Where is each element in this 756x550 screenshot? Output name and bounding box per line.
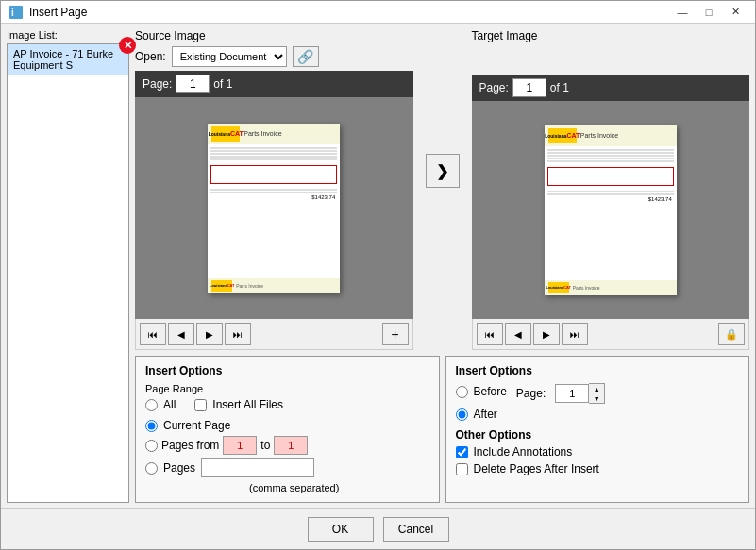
window-controls: — □ ✕ [670,3,748,22]
pages-from-input[interactable] [223,436,257,455]
include-annotations-label: Include Annotations [474,445,573,458]
target-title: Target Image [472,29,538,42]
source-prev-btn[interactable]: ◀ [168,323,194,345]
tl-6 [547,191,674,192]
delete-pages-label: Delete Pages After Insert [474,462,599,475]
target-page-input[interactable] [512,78,546,97]
target-prev-btn[interactable]: ◀ [505,323,531,345]
ok-button[interactable]: OK [308,517,374,542]
doc-footer-text: Parts Invoice [236,283,263,289]
link-button[interactable]: 🔗 [293,46,319,67]
doc-logo: Louisiana CAT [211,126,240,142]
pages-text-input[interactable] [201,458,314,477]
doc-title: Parts Invoice [244,130,281,137]
right-options-title: Insert Options [456,364,740,377]
target-preview-frame: Louisiana CAT Parts Invoice [472,101,750,319]
source-last-btn[interactable]: ⏭ [225,323,251,345]
cancel-button[interactable]: Cancel [383,517,449,542]
target-next-btn[interactable]: ▶ [533,323,560,345]
target-doc-title: Parts Invoice [580,132,618,139]
pages-to-input[interactable] [274,436,308,455]
source-first-btn[interactable]: ⏮ [140,323,166,345]
doc-red-box [210,165,337,184]
titlebar: i Insert Page — □ ✕ [1,1,755,24]
target-first-btn[interactable]: ⏮ [477,323,503,345]
arrow-area: ❯ [419,29,466,350]
copy-to-target-btn[interactable]: ❯ [426,154,460,188]
target-page-nav: Page: of 1 [472,75,750,101]
target-doc-preview: Louisiana CAT Parts Invoice [545,125,677,295]
doc-header: Louisiana CAT Parts Invoice [208,124,340,144]
insert-options-left: Insert Options Page Range All Insert All… [135,356,440,503]
close-button[interactable]: ✕ [723,3,748,22]
target-panel: Target Image Page: of 1 Louisiana CAT [472,29,750,350]
insert-all-files-label: Insert All Files [212,398,283,411]
all-radio[interactable] [145,399,158,411]
source-page-nav: Page: of 1 [135,71,413,97]
spinner-down-btn[interactable]: ▼ [589,393,604,403]
target-doc-body: $1423.74 [545,146,677,280]
target-last-btn[interactable]: ⏭ [562,323,588,345]
target-doc-footer-text: Parts Invoice [573,285,600,291]
target-doc-footer: Louisiana CAT Parts Invoice [545,280,677,295]
source-page-label: Page: [143,77,172,91]
doc-footer: Louisiana CAT Parts Invoice [208,278,340,293]
spinner-buttons: ▲ ▼ [589,383,605,404]
doc-line-5 [210,158,337,160]
tl-7 [547,193,674,195]
target-info-btn[interactable]: 🔒 [718,323,745,345]
source-next-btn[interactable]: ▶ [196,323,223,345]
image-list-close-btn[interactable]: ✕ [119,37,136,54]
doc-body: $1423.74 [208,144,340,278]
all-radio-row: All [145,398,176,411]
page-spinner: ▲ ▼ [555,383,605,404]
page-spinner-input[interactable] [555,384,589,403]
comma-hint-container: (comma separated) [145,481,429,494]
source-header: Source Image [135,29,413,42]
tl-4 [547,158,674,159]
spinner-up-btn[interactable]: ▲ [589,384,604,393]
current-page-radio[interactable] [145,420,158,432]
insert-options-right: Insert Options Before Page: ▲ ▼ [445,356,750,503]
delete-pages-row: Delete Pages After Insert [456,462,740,475]
source-page-of: of 1 [213,77,232,91]
target-header: Target Image [472,29,750,42]
pages-label: Pages [163,461,195,475]
list-item[interactable]: AP Invoice - 71 Burke Equipment S [8,44,128,75]
before-radio-row: Before [456,385,507,398]
source-nav-controls: ⏮ ◀ ▶ ⏭ + [135,319,413,350]
dialog-icon: i [8,5,24,20]
target-doc-footer-logo: Louisiana CAT [548,282,569,293]
insert-all-files-checkbox[interactable] [194,399,207,411]
all-insert-row: All Insert All Files [145,398,429,415]
pages-radio-row: Pages [145,458,429,477]
target-spacer [472,46,750,71]
open-dropdown[interactable]: Existing Document [172,46,287,67]
delete-pages-checkbox[interactable] [456,463,468,475]
insert-page-dialog: i Insert Page — □ ✕ Image List: ✕ AP Inv… [0,0,756,550]
left-options-title: Insert Options [145,364,429,377]
include-annotations-checkbox[interactable] [456,446,468,458]
source-add-btn[interactable]: + [382,323,409,345]
include-annotations-row: Include Annotations [456,445,740,458]
pages-radio[interactable] [145,462,158,475]
source-page-input[interactable] [176,75,210,93]
target-doc-header: Louisiana CAT Parts Invoice [545,125,677,146]
maximize-button[interactable]: □ [697,3,721,22]
other-options-title: Other Options [456,428,740,442]
source-panel: Source Image Open: Existing Document 🔗 P… [135,29,413,350]
before-radio[interactable] [456,386,468,398]
doc-footer-logo: Louisiana CAT [211,280,232,292]
image-list-panel: Image List: ✕ AP Invoice - 71 Burke Equi… [7,29,129,503]
main-area: Source Image Open: Existing Document 🔗 P… [135,29,749,503]
pages-from-radio-row: Pages from to [145,436,429,455]
insert-all-files-row: Insert All Files [194,398,283,411]
to-label: to [260,439,270,452]
after-radio-row: After [456,408,740,421]
after-radio[interactable] [456,408,468,421]
doc-line-4 [210,156,337,158]
image-list-box: ✕ AP Invoice - 71 Burke Equipment S [7,43,129,503]
pages-from-radio[interactable] [145,440,158,452]
doc-line-6 [210,189,337,191]
minimize-button[interactable]: — [670,3,695,22]
